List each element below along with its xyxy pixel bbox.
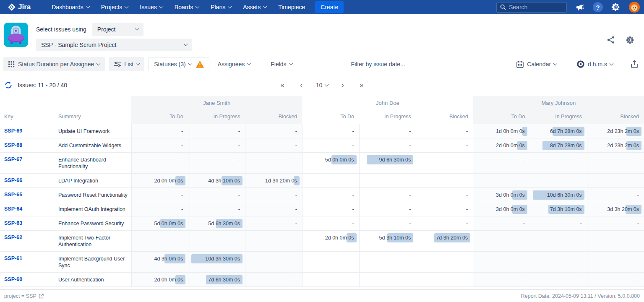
- export-icon[interactable]: [628, 57, 641, 71]
- chevron-down-icon: [263, 4, 267, 8]
- duration-value: 5d 0h 0m 0s: [325, 157, 354, 163]
- warning-icon: [196, 61, 204, 68]
- view-type-label: List: [124, 61, 133, 68]
- issue-link[interactable]: SSP-68: [4, 142, 22, 148]
- first-page-button[interactable]: «: [278, 81, 287, 90]
- duration-cell: -: [302, 187, 359, 202]
- jira-logo[interactable]: Jira: [4, 3, 34, 11]
- status-column-header: In Progress: [188, 110, 245, 124]
- fields-filter-button[interactable]: Fields: [266, 57, 297, 71]
- calendar-select[interactable]: Calendar: [511, 57, 562, 71]
- duration-cell: 7d 3h 20m 0s: [416, 230, 473, 251]
- issue-date-filter-input[interactable]: [351, 61, 420, 68]
- table-row: SSP-60User Authentication2d 0h 0m 0s7d 6…: [0, 272, 644, 286]
- help-icon[interactable]: ?: [593, 2, 603, 12]
- duration-cell: -: [188, 230, 245, 251]
- duration-cell: -: [188, 138, 245, 152]
- status-column-header: To Do: [131, 110, 188, 124]
- nav-menu-issues[interactable]: Issues: [134, 0, 168, 14]
- issue-link[interactable]: SSP-69: [4, 128, 22, 134]
- duration-cell: -: [302, 202, 359, 216]
- report-table-head: Jane SmithJohn DoeMary JohnsonKeySummary…: [0, 96, 644, 124]
- nav-menu-timepiece[interactable]: Timepiece: [272, 0, 311, 14]
- calendar-label: Calendar: [527, 61, 551, 68]
- issue-link[interactable]: SSP-60: [4, 276, 22, 282]
- refresh-icon[interactable]: [4, 81, 13, 89]
- announcements-icon[interactable]: [575, 3, 584, 11]
- report-type-label: Status Duration per Assignee: [18, 61, 94, 68]
- duration-cell: -: [245, 230, 302, 251]
- settings-gear-icon[interactable]: [611, 3, 621, 12]
- nav-menu-dashboards[interactable]: Dashboards: [46, 0, 95, 14]
- status-column-header: To Do: [302, 110, 359, 124]
- issue-summary-cell: Add Customizable Widgets: [57, 138, 131, 152]
- top-navbar: Jira DashboardsProjectsIssuesBoardsPlans…: [0, 0, 644, 14]
- statuses-filter-button[interactable]: Statuses (3): [149, 57, 209, 71]
- issue-link[interactable]: SSP-66: [4, 177, 22, 183]
- issue-link[interactable]: SSP-63: [4, 220, 22, 226]
- duration-cell: 3d 0h 0m 0s: [473, 202, 530, 216]
- chevron-down-icon: [159, 4, 163, 8]
- table-row: SSP-62Implement Two-Factor Authenticatio…: [0, 230, 644, 251]
- share-icon[interactable]: [607, 36, 615, 46]
- summary-column-header: Summary: [57, 110, 131, 124]
- nav-menu-boards[interactable]: Boards: [169, 0, 205, 14]
- duration-value: 6d 7h 28m 0s: [550, 128, 582, 134]
- search-input[interactable]: [509, 4, 559, 10]
- issue-link[interactable]: SSP-65: [4, 192, 22, 198]
- project-select[interactable]: SSP - Sample Scrum Project: [36, 39, 192, 51]
- table-row: SSP-66LDAP Integration2d 0h 0m 0s4d 3h 1…: [0, 173, 644, 187]
- gadget-settings-gear-icon[interactable]: [626, 36, 635, 46]
- duration-cell: 2d 23h 2m 0s: [587, 124, 644, 138]
- duration-cell: -: [587, 230, 644, 251]
- report-table-body: SSP-69Update UI Framework------1d 0h 0m …: [0, 124, 644, 286]
- issue-link[interactable]: SSP-62: [4, 234, 22, 240]
- issue-key-cell: SSP-60: [0, 272, 57, 286]
- view-type-select[interactable]: List: [109, 57, 144, 71]
- duration-value: 1d 3h 20m 0s: [265, 178, 297, 184]
- issue-link[interactable]: SSP-61: [4, 255, 22, 261]
- nav-menu-projects[interactable]: Projects: [95, 0, 134, 14]
- last-page-button[interactable]: »: [357, 81, 366, 90]
- jira-logo-text: Jira: [18, 3, 31, 11]
- duration-value: 4d 3h 10m 0s: [208, 178, 240, 184]
- next-page-button[interactable]: ›: [339, 81, 346, 90]
- issue-source-select[interactable]: Project: [92, 23, 143, 36]
- page-size-select[interactable]: 10: [316, 82, 329, 89]
- prev-page-button[interactable]: ‹: [297, 81, 305, 90]
- duration-cell: -: [188, 202, 245, 216]
- issue-key-cell: SSP-67: [0, 152, 57, 173]
- assignee-group-header: Jane Smith: [131, 96, 302, 110]
- user-avatar[interactable]: [629, 2, 640, 13]
- calendar-icon: [516, 61, 524, 68]
- duration-cell: -: [131, 230, 188, 251]
- duration-cell: 5d 3h 10m 0s: [359, 230, 416, 251]
- jql-link[interactable]: project = SSP: [4, 293, 44, 299]
- table-row: SSP-64Implement OAuth Integration------3…: [0, 202, 644, 216]
- duration-value: 3d 3h 20m 0s: [607, 206, 639, 212]
- chevron-down-icon: [553, 61, 558, 65]
- issue-link[interactable]: SSP-64: [4, 206, 22, 212]
- assignees-filter-button[interactable]: Assignees: [213, 57, 256, 71]
- nav-menu-plans[interactable]: Plans: [205, 0, 237, 14]
- duration-cell: -: [302, 272, 359, 286]
- duration-cell: 7d 3h 10m 0s: [530, 202, 587, 216]
- duration-cell: 4d 3h 0m 0s: [131, 251, 188, 272]
- search-box[interactable]: [496, 2, 567, 13]
- nav-menu-assets[interactable]: Assets: [237, 0, 272, 14]
- duration-cell: 10d 3h 30m 0s: [188, 251, 245, 272]
- create-button[interactable]: Create: [315, 1, 344, 13]
- duration-cell: -: [302, 124, 359, 138]
- key-column-header: Key: [0, 110, 57, 124]
- duration-cell: -: [359, 272, 416, 286]
- duration-format-select[interactable]: d.h.m.s: [572, 57, 618, 71]
- chevron-down-icon: [86, 4, 90, 8]
- duration-cell: 6d 7h 28m 0s: [530, 124, 587, 138]
- report-type-select[interactable]: Status Duration per Assignee: [3, 57, 105, 71]
- issue-key-cell: SSP-68: [0, 138, 57, 152]
- table-row: SSP-63Enhance Password Security5d 0h 0m …: [0, 216, 644, 230]
- duration-cell: -: [530, 173, 587, 187]
- duration-value: 10d 6h 30m 0s: [547, 192, 582, 198]
- issue-link[interactable]: SSP-67: [4, 156, 22, 162]
- table-row: SSP-69Update UI Framework------1d 0h 0m …: [0, 124, 644, 138]
